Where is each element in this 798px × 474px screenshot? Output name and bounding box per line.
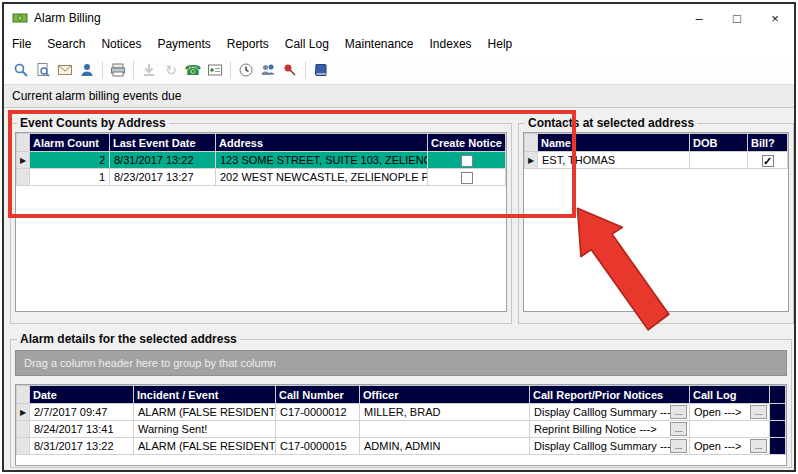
group-by-bar[interactable]: Drag a column header here to group by th… [15,350,787,376]
grid-filler [770,404,786,421]
create-notice-checkbox[interactable] [461,172,473,184]
call-report-link[interactable]: Display Calllog Summary ---> [534,440,670,452]
toolbar-phone-button[interactable]: ☎ [182,59,204,81]
contacts-title: Contacts at selected address [525,116,697,130]
menu-indexes[interactable]: Indexes [422,37,480,51]
officer-cell: ADMIN, ADMIN [360,438,530,455]
call-report-link[interactable]: Reprint Billing Notice ---> [534,423,657,435]
toolbar-download-button[interactable] [138,59,160,81]
book-icon [313,62,329,78]
contacts-grid: Name DOB Bill? ▶ EST, THOMAS [523,132,789,312]
col-incident-event[interactable]: Incident / Event [134,386,276,404]
col-create-notice[interactable]: Create Notice [428,134,506,152]
create-notice-checkbox[interactable] [461,155,473,167]
event-counts-grid: Alarm Count Last Event Date Address Crea… [15,132,507,312]
dob-cell [690,152,748,169]
row-indicator: ▶ [525,152,538,169]
ellipsis-button[interactable]: ... [670,439,687,453]
name-cell: EST, THOMAS [538,152,690,169]
ellipsis-button[interactable]: ... [670,422,687,436]
close-button[interactable]: × [756,4,794,32]
toolbar-separator [305,61,306,79]
toolbar-history-button[interactable] [235,59,257,81]
col-officer[interactable]: Officer [360,386,530,404]
event-counts-title: Event Counts by Address [17,116,169,130]
toolbar-print-button[interactable] [107,59,129,81]
menu-search[interactable]: Search [39,37,93,51]
alarm-details-grid: Date Incident / Event Call Number Office… [15,384,787,466]
toolbar-separator [230,61,231,79]
header-row: Alarm Count Last Event Date Address Crea… [17,134,506,152]
menu-notices[interactable]: Notices [93,37,149,51]
email-icon [57,62,73,78]
row-indicator [17,169,30,186]
status-text: Current alarm billing events due [4,85,794,108]
ellipsis-button[interactable]: ... [670,405,687,419]
indicator-header [525,134,538,152]
window-controls: – □ × [680,4,794,32]
toolbar: ↻ ☎ [4,56,794,85]
grid-filler [770,386,786,404]
toolbar-contact-button[interactable] [76,59,98,81]
window-title: Alarm Billing [34,11,101,25]
date-cell: 2/7/2017 09:47 [30,404,134,421]
call-log-link[interactable]: Open ---> [694,406,741,418]
table-row[interactable]: ▶ 2 8/31/2017 13:22 123 SOME STREET, SUI… [17,152,506,169]
maximize-button[interactable]: □ [718,4,756,32]
call-report-link[interactable]: Display Calllog Summary ---> [534,406,670,418]
last-event-date-cell: 8/23/2017 13:27 [110,169,216,186]
incident-cell: ALARM (FALSE RESIDENTIA [134,438,276,455]
table-row[interactable]: 8/24/2017 13:41 Warning Sent! Reprint Bi… [17,421,786,438]
ellipsis-button[interactable]: ... [750,405,767,419]
col-address[interactable]: Address [216,134,428,152]
row-indicator: ▶ [17,152,30,169]
col-bill[interactable]: Bill? [748,134,788,152]
toolbar-book-button[interactable] [310,59,332,81]
pin-icon [282,62,298,78]
call-number-cell: C17-0000015 [276,438,360,455]
money-icon [12,10,28,26]
toolbar-phonebook-button[interactable] [204,59,226,81]
menu-bar: File Search Notices Payments Reports Cal… [4,32,794,56]
col-alarm-count[interactable]: Alarm Count [30,134,110,152]
menu-help[interactable]: Help [480,37,521,51]
col-date[interactable]: Date [30,386,134,404]
table-row[interactable]: 1 8/23/2017 13:27 202 WEST NEWCASTLE, ZE… [17,169,506,186]
phonebook-icon [207,62,223,78]
event-counts-panel: Event Counts by Address Alarm Count Last… [10,116,512,324]
table-row[interactable]: ▶ EST, THOMAS [525,152,788,169]
row-indicator [17,421,30,438]
col-call-report[interactable]: Call Report/Prior Notices [530,386,690,404]
col-call-log[interactable]: Call Log [690,386,770,404]
col-dob[interactable]: DOB [690,134,748,152]
title-bar: Alarm Billing – □ × [4,4,794,32]
header-row: Date Incident / Event Call Number Office… [17,386,786,404]
row-indicator: ▶ [17,404,30,421]
table-row[interactable]: 8/31/2017 13:22 ALARM (FALSE RESIDENTIA … [17,438,786,455]
menu-file[interactable]: File [4,37,39,51]
date-cell: 8/31/2017 13:22 [30,438,134,455]
menu-reports[interactable]: Reports [219,37,277,51]
toolbar-pin-button[interactable] [279,59,301,81]
col-call-number[interactable]: Call Number [276,386,360,404]
minimize-button[interactable]: – [680,4,718,32]
menu-payments[interactable]: Payments [149,37,218,51]
menu-call-log[interactable]: Call Log [277,37,337,51]
grid-filler [770,421,786,438]
col-last-event-date[interactable]: Last Event Date [110,134,216,152]
toolbar-email-button[interactable] [54,59,76,81]
toolbar-search-button[interactable] [10,59,32,81]
call-log-link[interactable]: Open ---> [694,440,741,452]
toolbar-find-document-button[interactable] [32,59,54,81]
grid-filler [770,438,786,455]
call-log-cell [690,421,770,438]
incident-cell: Warning Sent! [134,421,276,438]
toolbar-separator [133,61,134,79]
table-row[interactable]: ▶ 2/7/2017 09:47 ALARM (FALSE RESIDENTIA… [17,404,786,421]
menu-maintenance[interactable]: Maintenance [337,37,422,51]
toolbar-refresh-button[interactable]: ↻ [160,59,182,81]
bill-checkbox[interactable] [762,155,774,167]
col-name[interactable]: Name [538,134,690,152]
ellipsis-button[interactable]: ... [750,439,767,453]
toolbar-people-button[interactable] [257,59,279,81]
